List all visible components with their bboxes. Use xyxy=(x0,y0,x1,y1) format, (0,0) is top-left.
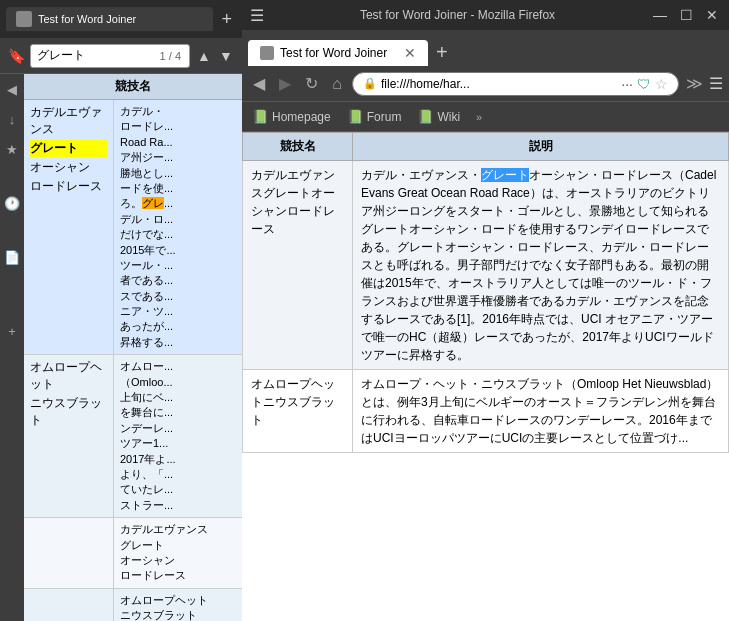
sidebar-cell-left-1: カデルエヴァンス グレート オーシャン ロードレース xyxy=(24,100,114,354)
col-desc-header: 説明 xyxy=(353,133,729,161)
bookmark-more[interactable]: » xyxy=(476,111,482,123)
home-button[interactable]: ⌂ xyxy=(326,73,348,95)
next-match-button[interactable]: ▼ xyxy=(216,46,236,66)
sidebar-panel: Test for Word Joiner + 🔖 グレート 1 / 4 ▲ ▼ … xyxy=(0,0,242,621)
bookmark-wiki[interactable]: 📗 Wiki xyxy=(417,109,460,124)
sidebar-search-box: グレート 1 / 4 xyxy=(30,44,190,68)
forum-icon: 📗 xyxy=(347,109,363,124)
back-button[interactable]: ◀ xyxy=(248,73,270,95)
sidebar-tab-bar: Test for Word Joiner + xyxy=(0,0,242,38)
browser-content: 競技名 説明 カデルエヴァンスグレートオーシャンロードレース カデル・エヴァンス… xyxy=(242,132,729,621)
race-name-cell-2: オムロープヘットニウスブラット xyxy=(243,370,353,453)
content-table: 競技名 説明 カデルエヴァンスグレートオーシャンロードレース カデル・エヴァンス… xyxy=(242,132,729,453)
bookmark-homepage[interactable]: 📗 Homepage xyxy=(252,109,331,124)
bookmark-forum[interactable]: 📗 Forum xyxy=(347,109,402,124)
sidebar-row-2[interactable]: オムロープヘット ニウスブラット オムロー...（Omloo...上旬にベ...… xyxy=(24,355,242,518)
sidebar-cell-right-2: オムロー...（Omloo...上旬にベ...を舞台に...ンデーレ...ツアー… xyxy=(114,355,242,517)
url-text: file:///home/har... xyxy=(381,77,617,91)
sidebar-icon-btn-4[interactable]: 🕐 xyxy=(1,192,23,214)
tab-favicon xyxy=(260,46,274,60)
sidebar-content: 競技名 カデルエヴァンス グレート オーシャン ロードレース カデル・ロードレ.… xyxy=(24,74,242,621)
sidebar-cell-left-p1 xyxy=(24,518,114,588)
browser-window: ☰ Test for Word Joiner - Mozilla Firefox… xyxy=(242,0,729,621)
url-options-icon[interactable]: ··· xyxy=(621,76,633,92)
sidebar-icon-col: ◀ ↓ ★ 🕐 📄 + xyxy=(0,74,24,342)
sidebar-cell-left-p2 xyxy=(24,589,114,621)
extensions-button[interactable]: ≫ xyxy=(683,73,705,95)
table-row-2: オムロープヘットニウスブラット オムロープ・ヘット・ニウスブラット（Omloop… xyxy=(243,370,729,453)
sidebar-cell-right-p2: オムロープヘットニウスブラット xyxy=(114,589,242,621)
browser-title: Test for Word Joiner - Mozilla Firefox xyxy=(270,8,645,22)
table-row-1: カデルエヴァンスグレートオーシャンロードレース カデル・エヴァンス・グレートオー… xyxy=(243,161,729,370)
sidebar-row-partial-2[interactable]: オムロープヘットニウスブラット xyxy=(24,589,242,621)
sidebar-icon-btn-1[interactable]: ◀ xyxy=(1,78,23,100)
browser-tab-label: Test for Word Joiner xyxy=(280,46,398,60)
race-name-1: カデルエヴァンス xyxy=(30,104,107,138)
browser-tabbar: Test for Word Joiner ✕ + xyxy=(242,30,729,66)
bookmark-icon[interactable]: 🔖 xyxy=(6,46,26,66)
bookmark-wiki-label: Wiki xyxy=(437,110,460,124)
bookmark-homepage-label: Homepage xyxy=(272,110,331,124)
race-name-2b: ニウスブラット xyxy=(30,395,107,429)
race-desc-cell-1: カデル・エヴァンス・グレートオーシャン・ロードレース（Cadel Evans G… xyxy=(353,161,729,370)
sidebar-cell-right-1: カデル・ロードレ...Road Ra...ア州ジー...勝地とし...ードを使.… xyxy=(114,100,242,354)
wiki-icon: 📗 xyxy=(417,109,433,124)
bookmark-forum-label: Forum xyxy=(367,110,402,124)
race-name-1b: グレート xyxy=(30,140,107,157)
sidebar-icon-btn-3[interactable]: ★ xyxy=(1,138,23,160)
sidebar-tab-favicon xyxy=(16,11,32,27)
new-tab-button[interactable]: + xyxy=(432,41,452,64)
sidebar-cell-left-2: オムロープヘット ニウスブラット xyxy=(24,355,114,517)
shield-icon: 🛡 xyxy=(637,76,651,92)
browser-navbar: ◀ ▶ ↻ ⌂ 🔒 file:///home/har... ··· 🛡 ☆ ≫ … xyxy=(242,66,729,102)
more-bookmarks-icon: » xyxy=(476,111,482,123)
sidebar-row-1[interactable]: カデルエヴァンス グレート オーシャン ロードレース カデル・ロードレ...Ro… xyxy=(24,100,242,355)
url-bar[interactable]: 🔒 file:///home/har... ··· 🛡 ☆ xyxy=(352,72,679,96)
sidebar-row-partial-1[interactable]: カデルエヴァンスグレートオーシャンロードレース xyxy=(24,518,242,589)
tab-close-button[interactable]: ✕ xyxy=(404,45,416,61)
col-name-header: 競技名 xyxy=(243,133,353,161)
sidebar-tab-active[interactable]: Test for Word Joiner xyxy=(6,7,213,31)
bookmark-star-icon[interactable]: ☆ xyxy=(655,76,668,92)
race-name-1c: オーシャン xyxy=(30,159,107,176)
sidebar-nav-icons: ▲ ▼ xyxy=(194,46,236,66)
minimize-button[interactable]: — xyxy=(651,6,669,24)
highlighted-word-1: グレート xyxy=(481,168,529,182)
sidebar-match-count: 1 / 4 xyxy=(160,50,183,62)
hamburger-menu-icon[interactable]: ☰ xyxy=(250,6,264,25)
bookmarks-bar: 📗 Homepage 📗 Forum 📗 Wiki » xyxy=(242,102,729,132)
race-name-1d: ロードレース xyxy=(30,178,107,195)
browser-titlebar: ☰ Test for Word Joiner - Mozilla Firefox… xyxy=(242,0,729,30)
sidebar-cell-right-p1: カデルエヴァンスグレートオーシャンロードレース xyxy=(114,518,242,588)
sidebar-icon-btn-5[interactable]: 📄 xyxy=(1,246,23,268)
homepage-icon: 📗 xyxy=(252,109,268,124)
race-desc-cell-2: オムロープ・ヘット・ニウスブラット（Omloop Het Nieuwsblad）… xyxy=(353,370,729,453)
maximize-button[interactable]: ☐ xyxy=(677,6,695,24)
reload-button[interactable]: ↻ xyxy=(300,73,322,95)
window-controls: — ☐ ✕ xyxy=(651,6,721,24)
close-button[interactable]: ✕ xyxy=(703,6,721,24)
forward-button[interactable]: ▶ xyxy=(274,73,296,95)
sidebar-table-header: 競技名 xyxy=(24,74,242,100)
browser-tab-active[interactable]: Test for Word Joiner ✕ xyxy=(248,40,428,66)
sidebar-toolbar: 🔖 グレート 1 / 4 ▲ ▼ xyxy=(0,38,242,74)
sidebar-icon-btn-2[interactable]: ↓ xyxy=(1,108,23,130)
add-tab-button[interactable]: + xyxy=(217,9,236,30)
race-name-2: オムロープヘット xyxy=(30,359,107,393)
prev-match-button[interactable]: ▲ xyxy=(194,46,214,66)
menu-button[interactable]: ☰ xyxy=(709,74,723,93)
url-lock-icon: 🔒 xyxy=(363,77,377,90)
sidebar-tab-label: Test for Word Joiner xyxy=(38,13,136,25)
sidebar-icon-btn-6[interactable]: + xyxy=(1,320,23,342)
race-name-cell-1: カデルエヴァンスグレートオーシャンロードレース xyxy=(243,161,353,370)
sidebar-search-value: グレート xyxy=(37,47,85,64)
